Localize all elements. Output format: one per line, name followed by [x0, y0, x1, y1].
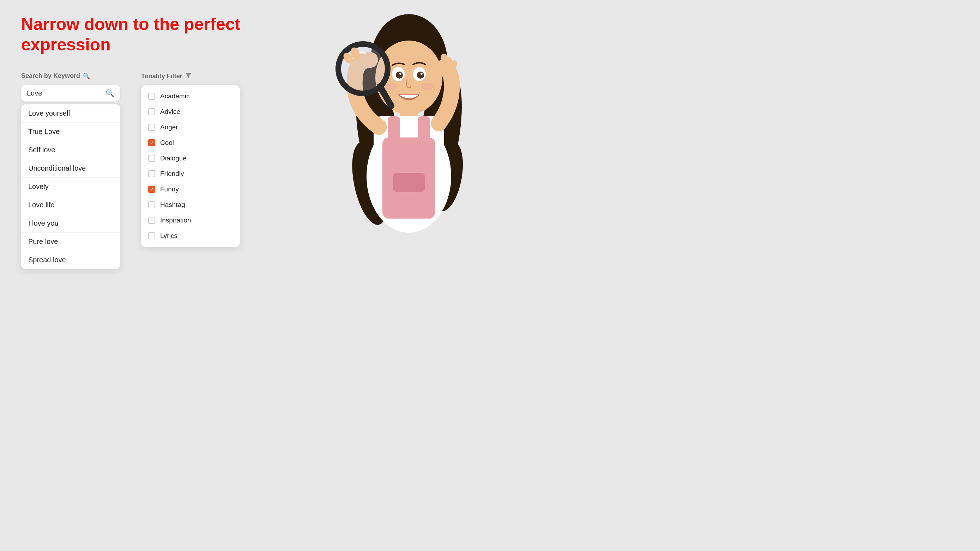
checkbox-friendly[interactable] [148, 170, 155, 177]
suggestion-item[interactable]: Pure love [21, 233, 120, 251]
checkbox-advice[interactable] [148, 108, 155, 115]
filter-item-funny[interactable]: Funny [141, 181, 240, 197]
filter-item-anger[interactable]: Anger [141, 119, 240, 135]
checkbox-cool[interactable] [148, 139, 155, 146]
svg-point-20 [421, 83, 434, 90]
search-input[interactable] [27, 89, 104, 97]
svg-point-15 [396, 71, 403, 79]
filter-label-academic: Academic [160, 92, 189, 100]
suggestion-item[interactable]: Love life [21, 196, 120, 214]
filter-item-lyrics[interactable]: Lyrics [141, 228, 240, 244]
filter-label-lyrics: Lyrics [160, 232, 177, 240]
page-title: Narrow down to the perfect expression [21, 14, 290, 55]
svg-point-16 [417, 71, 424, 79]
filter-item-academic[interactable]: Academic [141, 89, 240, 104]
suggestion-item[interactable]: Unconditional love [21, 159, 120, 178]
suggestion-item[interactable]: Spread love [21, 251, 120, 269]
filter-funnel-icon [185, 72, 192, 80]
tonality-section: Tonality Filter Academic Advice [141, 72, 240, 247]
search-label-text: Search by Keyword [21, 72, 80, 80]
suggestion-item[interactable]: Love yourself [21, 104, 120, 123]
filter-item-cool[interactable]: Cool [141, 135, 240, 151]
search-label-icon: 🔍 [83, 73, 90, 79]
checkbox-academic[interactable] [148, 93, 155, 100]
checkbox-hashtag[interactable] [148, 201, 155, 208]
suggestion-item[interactable]: Self love [21, 141, 120, 159]
svg-rect-9 [388, 116, 400, 144]
filter-label-cool: Cool [160, 139, 174, 147]
person-svg [328, 7, 490, 268]
search-dropdown: Love yourself True Love Self love Uncond… [21, 104, 120, 269]
svg-rect-10 [418, 116, 430, 144]
filter-label-hashtag: Hashtag [160, 201, 185, 209]
search-submit-icon[interactable]: 🔍 [105, 89, 114, 97]
filter-label-inspiration: Inspiration [160, 216, 191, 224]
checkbox-dialogue[interactable] [148, 155, 155, 162]
svg-rect-11 [393, 173, 425, 192]
checkbox-lyrics[interactable] [148, 232, 155, 239]
filter-label-advice: Advice [160, 108, 180, 116]
filter-item-dialogue[interactable]: Dialogue [141, 151, 240, 166]
tonality-filter-list: Academic Advice Anger Cool Dialogue [141, 85, 240, 247]
filter-label-dialogue: Dialogue [160, 154, 187, 162]
suggestion-item[interactable]: I love you [21, 214, 120, 233]
search-label: Search by Keyword 🔍 [21, 72, 120, 80]
woman-svg [328, 7, 490, 275]
search-section: Search by Keyword 🔍 🔍 Love yourself True… [21, 72, 120, 269]
filter-label-anger: Anger [160, 123, 178, 131]
search-input-wrapper[interactable]: 🔍 [21, 84, 120, 102]
checkbox-funny[interactable] [148, 186, 155, 193]
checkbox-anger[interactable] [148, 124, 155, 131]
page-container: Narrow down to the perfect expression Se… [0, 0, 490, 275]
filter-item-inspiration[interactable]: Inspiration [141, 213, 240, 228]
filter-label-funny: Funny [160, 186, 179, 193]
filter-item-hashtag[interactable]: Hashtag [141, 197, 240, 213]
filter-item-advice[interactable]: Advice [141, 104, 240, 119]
tonality-label: Tonality Filter [141, 72, 240, 80]
filter-item-friendly[interactable]: Friendly [141, 166, 240, 181]
svg-point-17 [399, 73, 401, 75]
filter-label-friendly: Friendly [160, 170, 184, 178]
svg-point-19 [384, 83, 397, 90]
tonality-label-text: Tonality Filter [141, 73, 182, 80]
suggestion-item[interactable]: Lovely [21, 178, 120, 196]
svg-point-18 [420, 73, 423, 75]
checkbox-inspiration[interactable] [148, 217, 155, 224]
suggestion-item[interactable]: True Love [21, 123, 120, 141]
woman-illustration-area [321, 0, 490, 275]
